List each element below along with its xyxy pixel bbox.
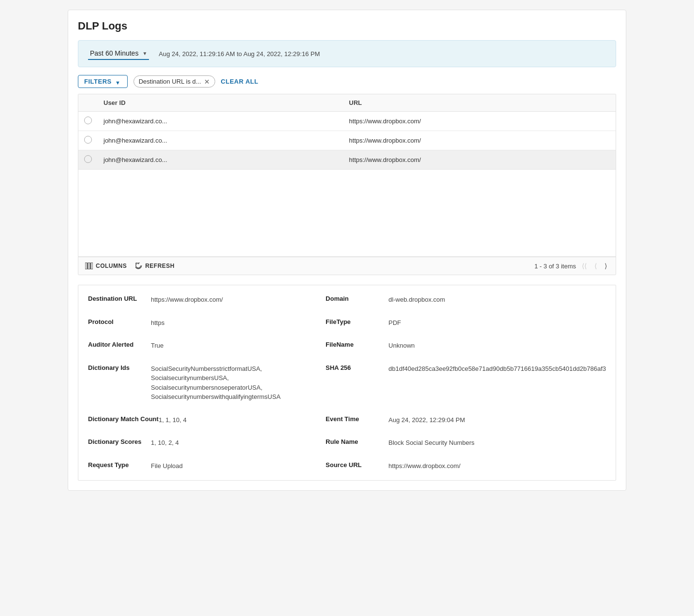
detail-value-filename: Unknown [388,341,414,351]
detail-source-url: Source URL https://www.dropbox.com/ [325,461,606,471]
detail-label-request-type: Request Type [88,461,151,471]
radio-button[interactable] [84,155,92,163]
time-range-label: Past 60 Minutes [90,49,138,57]
refresh-icon [135,263,142,269]
svg-rect-2 [91,263,93,269]
detail-label-domain: Domain [325,295,388,305]
columns-label: COLUMNS [96,263,127,269]
empty-table-space [78,170,616,257]
first-page-button[interactable]: ⟨⟨ [580,261,589,271]
row-url: https://www.dropbox.com/ [343,112,616,131]
log-table: User ID URL john@hexawizard.co... https:… [78,94,616,275]
refresh-button[interactable]: REFRESH [135,263,175,269]
detail-panel: Destination URL https://www.dropbox.com/… [78,285,616,481]
time-range-bar: Past 60 Minutes ▼ Aug 24, 2022, 11:29:16… [78,40,616,67]
table-row[interactable]: john@hexawizard.co... https://www.dropbo… [78,150,616,170]
detail-label-destination-url: Destination URL [88,295,151,305]
detail-label-auditor-alerted: Auditor Alerted [88,341,151,351]
detail-value-request-type: File Upload [151,461,183,471]
detail-event-time: Event Time Aug 24, 2022, 12:29:04 PM [325,415,606,425]
row-select-cell[interactable] [78,150,98,170]
chevron-down-icon: ▼ [142,51,147,56]
detail-domain: Domain dl-web.dropbox.com [325,295,606,305]
table-row[interactable]: john@hexawizard.co... https://www.dropbo… [78,131,616,150]
next-page-button[interactable]: ⟩ [603,261,609,271]
columns-icon [85,263,93,269]
detail-value-dictionary-scores: 1, 10, 2, 4 [151,438,179,448]
row-user-id: john@hexawizard.co... [98,112,343,131]
page-title: DLP Logs [78,20,616,32]
row-select-cell[interactable] [78,112,98,131]
svg-rect-1 [88,263,90,269]
detail-value-event-time: Aug 24, 2022, 12:29:04 PM [388,415,465,425]
detail-label-filename: FileName [325,341,388,351]
detail-value-destination-url: https://www.dropbox.com/ [151,295,223,305]
detail-dictionary-ids: Dictionary Ids SocialSecurityNumbersstri… [88,364,306,402]
filters-label: FILTERS [84,78,112,85]
filter-chip-close[interactable]: ✕ [204,78,210,85]
filters-button[interactable]: FILTERS [78,75,128,88]
detail-sha256: SHA 256 db1df40ed285ca3ee92fb0ce58e71ad9… [325,364,606,402]
detail-auditor-alerted: Auditor Alerted True [88,341,306,351]
detail-request-type: Request Type File Upload [88,461,306,471]
radio-button[interactable] [84,136,92,144]
detail-grid: Destination URL https://www.dropbox.com/… [88,295,606,470]
col-user-id: User ID [98,94,343,112]
detail-value-protocol: https [151,318,164,328]
detail-value-domain: dl-web.dropbox.com [388,295,445,305]
detail-value-dictionary-ids: SocialSecurityNumbersstrictformatUSA, So… [151,364,306,402]
detail-value-auditor-alerted: True [151,341,163,351]
table-row[interactable]: john@hexawizard.co... https://www.dropbo… [78,112,616,131]
detail-value-dictionary-match-count: 1, 1, 10, 4 [159,415,187,425]
detail-protocol: Protocol https [88,318,306,328]
detail-rule-name: Rule Name Block Social Security Numbers [325,438,606,448]
footer-right: 1 - 3 of 3 items ⟨⟨ ⟨ ⟩ [534,261,609,271]
detail-value-rule-name: Block Social Security Numbers [388,438,474,448]
detail-label-event-time: Event Time [325,415,388,425]
svg-rect-0 [85,263,87,269]
filter-chip-label: Destination URL is d... [139,78,201,85]
detail-label-dictionary-scores: Dictionary Scores [88,438,151,448]
col-select [78,94,98,112]
table-header-row: User ID URL [78,94,616,112]
prev-page-button[interactable]: ⟨ [592,261,599,271]
footer-left: COLUMNS REFRESH [85,263,175,269]
row-user-id: john@hexawizard.co... [98,131,343,150]
detail-destination-url: Destination URL https://www.dropbox.com/ [88,295,306,305]
detail-value-source-url: https://www.dropbox.com/ [388,461,460,471]
time-range-text: Aug 24, 2022, 11:29:16 AM to Aug 24, 202… [159,50,320,58]
row-select-cell[interactable] [78,131,98,150]
detail-label-sha256: SHA 256 [325,364,388,402]
detail-label-filetype: FileType [325,318,388,328]
row-url: https://www.dropbox.com/ [343,131,616,150]
detail-value-filetype: PDF [388,318,401,328]
time-range-dropdown[interactable]: Past 60 Minutes ▼ [88,47,149,60]
detail-label-dictionary-match-count: Dictionary Match Count [88,415,159,425]
detail-filename: FileName Unknown [325,341,606,351]
detail-label-rule-name: Rule Name [325,438,388,448]
detail-label-protocol: Protocol [88,318,151,328]
pagination-text: 1 - 3 of 3 items [534,263,576,270]
detail-value-sha256: db1df40ed285ca3ee92fb0ce58e71ad90db5b771… [388,364,606,402]
radio-button[interactable] [84,117,92,124]
col-url: URL [343,94,616,112]
detail-dictionary-scores: Dictionary Scores 1, 10, 2, 4 [88,438,306,448]
filter-icon [115,79,121,84]
detail-dictionary-match-count: Dictionary Match Count 1, 1, 10, 4 [88,415,306,425]
refresh-label: REFRESH [145,263,175,269]
row-user-id: john@hexawizard.co... [98,150,343,170]
detail-filetype: FileType PDF [325,318,606,328]
table-footer: COLUMNS REFRESH 1 - 3 of 3 items ⟨⟨ ⟨ ⟩ [78,257,616,275]
filter-chip[interactable]: Destination URL is d... ✕ [133,75,215,88]
detail-label-dictionary-ids: Dictionary Ids [88,364,151,402]
filters-bar: FILTERS Destination URL is d... ✕ CLEAR … [78,75,616,88]
row-url: https://www.dropbox.com/ [343,150,616,170]
columns-button[interactable]: COLUMNS [85,263,127,269]
detail-label-source-url: Source URL [325,461,388,471]
clear-all-button[interactable]: CLEAR ALL [221,78,259,85]
